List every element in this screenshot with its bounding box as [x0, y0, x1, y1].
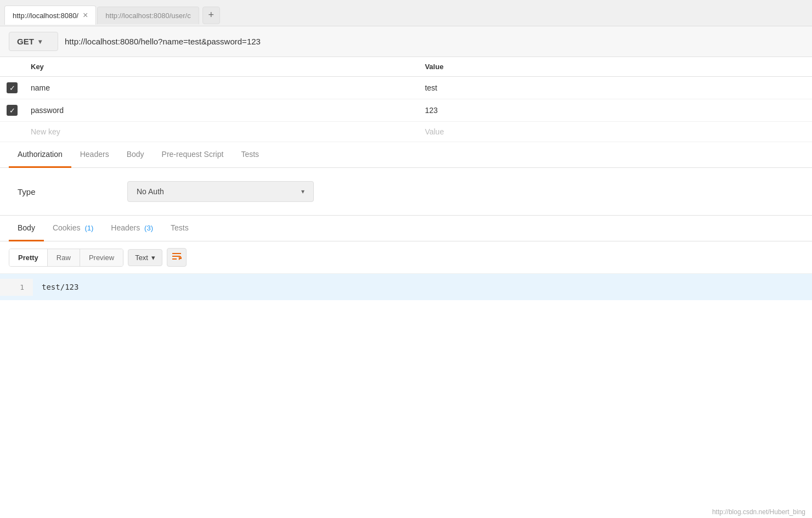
row2-checkbox[interactable]: ✓: [7, 105, 18, 116]
method-chevron-icon: ▾: [38, 38, 42, 46]
response-tab-cookies[interactable]: Cookies (1): [44, 216, 102, 241]
cookies-badge: (1): [84, 224, 93, 232]
line-number-1: 1: [0, 279, 33, 296]
tab-pre-request-script[interactable]: Pre-request Script: [153, 142, 233, 168]
auth-type-value: No Auth: [137, 187, 164, 196]
params-table: Key Value ✓ name test ✓ password 123 New…: [0, 57, 812, 142]
wrap-icon: [171, 251, 182, 264]
row1-checkbox[interactable]: ✓: [7, 82, 18, 93]
row2-key-cell[interactable]: password: [24, 99, 418, 122]
tab-authorization[interactable]: Authorization: [9, 142, 71, 168]
response-tab-tests[interactable]: Tests: [162, 216, 198, 241]
view-preview-button[interactable]: Preview: [80, 249, 123, 266]
auth-type-dropdown[interactable]: No Auth ▾: [127, 181, 314, 202]
row2-check-cell[interactable]: ✓: [0, 99, 24, 122]
tab-url-2: http://localhost:8080/user/c: [105, 12, 190, 20]
url-input[interactable]: [65, 37, 803, 46]
table-row: ✓ password 123: [0, 99, 812, 122]
row1-key-cell[interactable]: name: [24, 77, 418, 99]
format-chevron-icon: ▾: [151, 254, 155, 262]
response-body: 1 test/123: [0, 274, 812, 318]
params-value-header: Value: [418, 57, 812, 77]
table-row-new: New key Value: [0, 122, 812, 142]
format-label: Text: [135, 254, 148, 262]
new-value-cell[interactable]: Value: [418, 122, 812, 142]
new-value-placeholder: Value: [425, 127, 444, 136]
view-pretty-button[interactable]: Pretty: [9, 249, 48, 266]
row1-check-cell[interactable]: ✓: [0, 77, 24, 99]
response-toolbar: Pretty Raw Preview Text ▾: [0, 241, 812, 274]
new-key-placeholder: New key: [31, 127, 60, 136]
params-check-header: [0, 57, 24, 77]
browser-tab-1[interactable]: http://localhost:8080/ ×: [4, 5, 96, 25]
wrap-button[interactable]: [167, 248, 187, 267]
browser-tab-2[interactable]: http://localhost:8080/user/c: [97, 7, 199, 24]
format-dropdown[interactable]: Text ▾: [128, 249, 162, 266]
new-tab-button[interactable]: +: [202, 7, 220, 24]
line-content-1: test/123: [33, 278, 87, 296]
auth-dropdown-chevron-icon: ▾: [301, 188, 304, 195]
table-row: ✓ name test: [0, 77, 812, 99]
tab-body[interactable]: Body: [118, 142, 153, 168]
view-raw-button[interactable]: Raw: [48, 249, 80, 266]
response-tab-headers[interactable]: Headers (3): [102, 216, 162, 241]
url-bar: GET ▾: [0, 26, 812, 57]
response-tabs: Body Cookies (1) Headers (3) Tests: [0, 216, 812, 241]
row1-value-cell[interactable]: test: [418, 77, 812, 99]
method-label: GET: [17, 37, 34, 46]
auth-type-label: Type: [18, 187, 127, 196]
tab-url-1: http://localhost:8080/: [13, 12, 78, 20]
tab-bar: http://localhost:8080/ × http://localhos…: [0, 0, 812, 26]
headers-badge: (3): [144, 224, 153, 232]
tab-close-1[interactable]: ×: [83, 10, 88, 20]
new-row-check: [0, 122, 24, 142]
request-tabs: Authorization Headers Body Pre-request S…: [0, 142, 812, 168]
row2-value-cell[interactable]: 123: [418, 99, 812, 122]
tab-headers[interactable]: Headers: [71, 142, 118, 168]
response-tab-body[interactable]: Body: [9, 216, 44, 241]
response-line-1: 1 test/123: [0, 274, 812, 300]
tab-tests[interactable]: Tests: [232, 142, 268, 168]
auth-type-row: Type No Auth ▾: [18, 181, 794, 202]
new-key-cell[interactable]: New key: [24, 122, 418, 142]
auth-section: Type No Auth ▾: [0, 168, 812, 216]
view-toggle: Pretty Raw Preview: [9, 249, 123, 267]
params-key-header: Key: [24, 57, 418, 77]
method-selector[interactable]: GET ▾: [9, 32, 58, 51]
